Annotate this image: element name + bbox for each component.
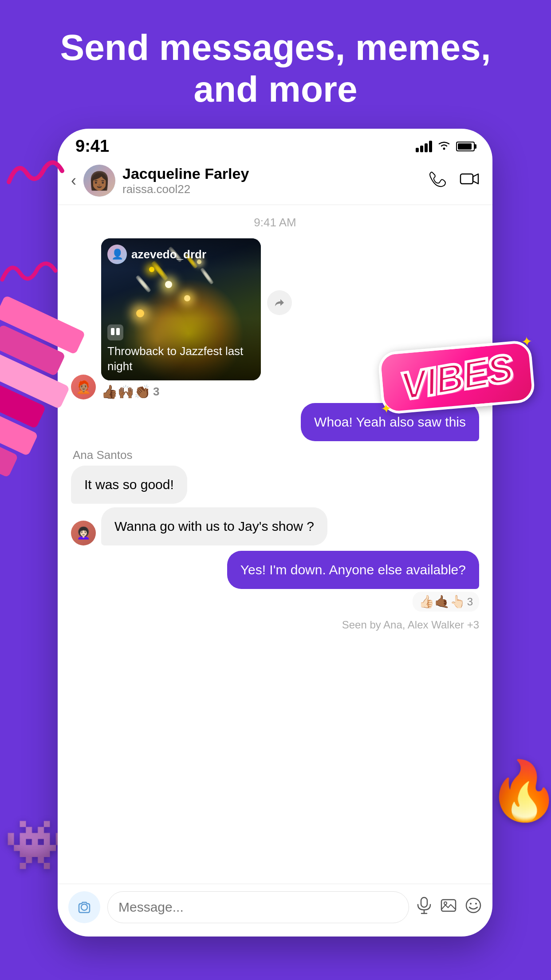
media-reactions: 👍🏾🙌🏾👏🏾 3: [101, 384, 261, 399]
message-bubble: Whoa! Yeah also saw this: [301, 403, 479, 441]
chat-body: 9:41 AM 🧑🏽‍🦰 👤 azevedo_drdr: [58, 205, 492, 884]
mic-button[interactable]: [416, 897, 432, 918]
alien-sticker: 👾: [4, 816, 65, 873]
media-message-row: 🧑🏽‍🦰 👤 azevedo_drdr: [71, 238, 479, 399]
squiggle-decoration-2: [0, 257, 67, 290]
phone-mockup: 9:41 ‹ Jacqueline Farley: [58, 129, 492, 937]
image-button[interactable]: [440, 897, 457, 918]
chat-timestamp: 9:41 AM: [71, 216, 479, 229]
seen-indicator: Seen by Ana, Alex Walker +3: [71, 619, 479, 631]
svg-point-12: [475, 903, 477, 905]
signal-icon: [416, 141, 432, 152]
share-button[interactable]: [267, 290, 292, 315]
outgoing-message-1: Whoa! Yeah also saw this: [71, 403, 479, 441]
status-bar: 9:41: [58, 129, 492, 160]
media-card[interactable]: 👤 azevedo_drdr: [101, 238, 261, 380]
contact-info: Jacqueline Farley raissa.cool22: [122, 165, 429, 196]
message-input[interactable]: [107, 891, 409, 923]
svg-rect-5: [421, 897, 427, 907]
fire-sticker: 🔥: [488, 757, 551, 825]
battery-icon: [456, 142, 475, 151]
input-actions: [416, 897, 482, 918]
message-bubble-1: It was so good!: [71, 466, 187, 504]
reaction-count-out: 3: [467, 596, 473, 608]
ana-avatar: 👩🏻‍🦱: [71, 521, 96, 545]
contact-name: Jacqueline Farley: [122, 165, 429, 182]
incoming-group: It was so good!: [71, 466, 479, 504]
sender-avatar-media: 🧑🏽‍🦰: [71, 375, 96, 399]
media-card-footer: Throwback to Jazzfest last night: [101, 318, 261, 380]
svg-point-10: [466, 898, 480, 913]
sticker-button[interactable]: [465, 897, 482, 918]
chat-header: ‹ Jacqueline Farley raissa.cool22: [58, 160, 492, 205]
wifi-icon: [437, 139, 451, 153]
header-actions: [429, 170, 479, 191]
back-button[interactable]: ‹: [71, 171, 76, 190]
contact-username: raissa.cool22: [122, 182, 429, 196]
call-button[interactable]: [429, 170, 446, 191]
message-bubble-3: Yes! I'm down. Anyone else available?: [227, 551, 479, 589]
reaction-count: 3: [153, 385, 159, 399]
media-poster-username: azevedo_drdr: [131, 248, 206, 261]
reaction-emojis-out: 👍🏻🤙🏾👆🏻: [419, 594, 465, 609]
svg-rect-1: [460, 174, 473, 184]
outgoing-reactions: 👍🏻🤙🏾👆🏻 3: [413, 592, 479, 612]
svg-rect-8: [441, 900, 456, 911]
video-button[interactable]: [460, 171, 479, 190]
media-card-header: 👤 azevedo_drdr: [101, 238, 261, 270]
status-icons: [416, 139, 475, 153]
sender-name: Ana Santos: [71, 448, 479, 462]
svg-rect-2: [111, 328, 114, 335]
incoming-with-avatar: 👩🏻‍🦱 Wanna go with us to Jay's show ?: [71, 507, 479, 545]
contact-avatar: [83, 165, 115, 197]
camera-button[interactable]: [68, 891, 100, 923]
hero-title: Send messages, memes, and more: [0, 27, 551, 111]
outgoing-message-2: Yes! I'm down. Anyone else available? 👍🏻…: [71, 551, 479, 612]
media-poster-avatar: 👤: [107, 245, 127, 264]
play-button[interactable]: [107, 324, 123, 340]
status-time: 9:41: [75, 137, 109, 156]
svg-point-9: [444, 902, 447, 905]
reaction-emojis: 👍🏾🙌🏾👏🏾: [101, 384, 150, 399]
input-bar: [58, 884, 492, 937]
media-caption: Throwback to Jazzfest last night: [107, 344, 255, 374]
message-bubble-2: Wanna go with us to Jay's show ?: [101, 507, 327, 545]
svg-point-11: [470, 903, 472, 905]
svg-point-0: [443, 148, 445, 150]
svg-point-4: [81, 904, 87, 910]
svg-rect-3: [116, 328, 120, 335]
